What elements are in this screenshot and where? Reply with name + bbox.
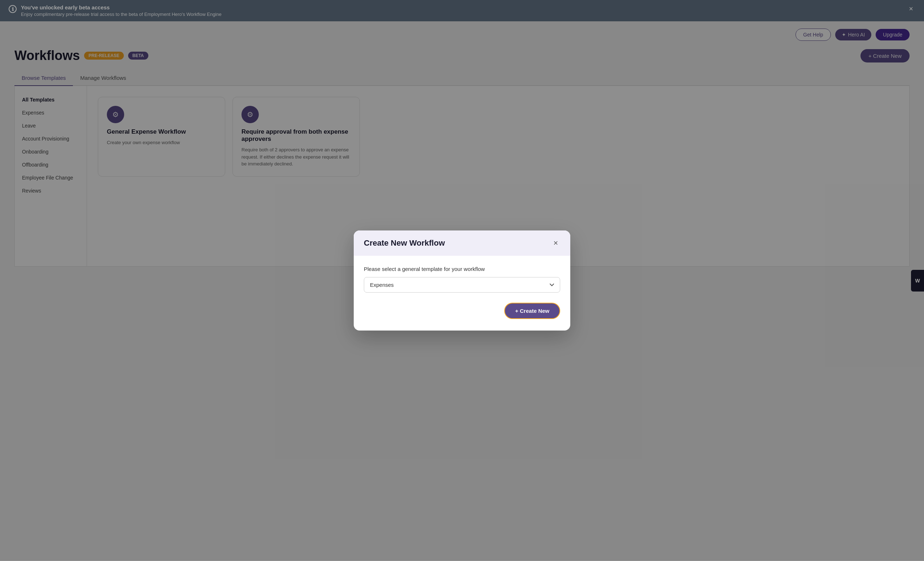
modal-create-button[interactable]: + Create New (504, 303, 560, 319)
modal-overlay: Create New Workflow × Please select a ge… (0, 0, 924, 561)
modal-close-button[interactable]: × (551, 238, 560, 248)
create-workflow-modal: Create New Workflow × Please select a ge… (354, 230, 570, 331)
modal-footer: + Create New (364, 303, 560, 319)
modal-instruction-label: Please select a general template for you… (364, 266, 560, 272)
modal-title: Create New Workflow (364, 238, 445, 248)
modal-header: Create New Workflow × (354, 230, 570, 256)
template-select[interactable]: Expenses Leave Account Provisioning Onbo… (364, 277, 560, 293)
modal-body: Please select a general template for you… (354, 256, 570, 331)
